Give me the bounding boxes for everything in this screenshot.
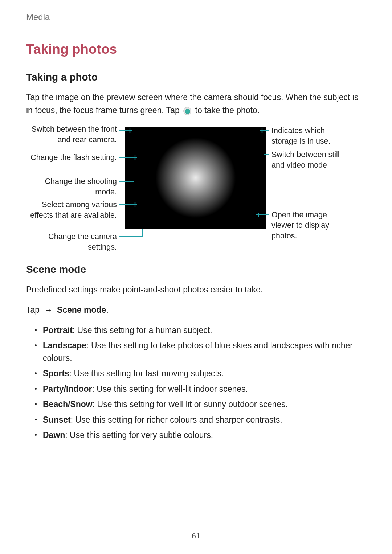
subheading-scene-mode: Scene mode [26, 264, 363, 275]
section-title: Media [26, 12, 50, 22]
list-item: Beach/Snow: Use this setting for well-li… [33, 398, 363, 411]
scene-item-desc: : Use this setting for very subtle colou… [65, 430, 213, 440]
page-number: 61 [0, 532, 392, 540]
scene-item-name: Beach/Snow [43, 399, 93, 409]
scene-tap-line: Tap → Scene mode. [26, 304, 363, 317]
arrow-icon: → [44, 304, 52, 317]
scene-item-desc: : Use this setting for richer colours an… [71, 415, 282, 424]
scene-tap-prefix: Tap [26, 305, 42, 315]
callout-effects: Select among various effects that are av… [26, 200, 117, 221]
list-item: Portrait: Use this setting for a human s… [33, 324, 363, 337]
list-item: Dawn: Use this setting for very subtle c… [33, 429, 363, 442]
callout-flash: Change the flash setting. [26, 152, 117, 163]
photo-intro-text-b: to take the photo. [195, 106, 260, 115]
scene-item-name: Landscape [43, 341, 86, 350]
scene-tap-target: Scene mode [57, 305, 106, 315]
scene-item-name: Portrait [43, 325, 73, 335]
camera-shutter-icon [183, 107, 191, 115]
scene-tap-suffix: . [106, 305, 108, 315]
callout-settings: Change the camera settings. [26, 231, 117, 253]
header-rule [17, 0, 17, 29]
scene-intro: Predefined settings make point-and-shoot… [26, 283, 363, 296]
scene-item-name: Sports [43, 369, 69, 378]
callout-shooting-mode: Change the shooting mode. [26, 176, 117, 197]
list-item: Party/Indoor: Use this setting for well-… [33, 383, 363, 395]
list-item: Sports: Use this setting for fast-moving… [33, 367, 363, 380]
callout-switch-camera: Switch between the front and rear camera… [26, 124, 117, 145]
photo-intro-text-a: Tap the image on the preview screen wher… [26, 93, 358, 115]
callout-still-video: Switch between still and video mode. [271, 149, 351, 171]
scene-item-desc: : Use this setting to take photos of blu… [43, 341, 353, 363]
list-item: Landscape: Use this setting to take phot… [33, 339, 363, 364]
scene-item-name: Party/Indoor [43, 384, 92, 394]
scene-item-name: Dawn [43, 430, 65, 440]
scene-item-desc: : Use this setting for well-lit or sunny… [93, 399, 288, 409]
scene-item-name: Sunset [43, 415, 71, 424]
scene-item-desc: : Use this setting for well-lit indoor s… [92, 384, 248, 394]
camera-ui-diagram: Switch between the front and rear camera… [26, 124, 363, 249]
callout-storage: Indicates which storage is in use. [271, 126, 351, 147]
subheading-taking-a-photo: Taking a photo [26, 71, 363, 83]
scene-mode-list: Portrait: Use this setting for a human s… [33, 324, 363, 442]
callout-viewer: Open the image viewer to display photos. [271, 210, 351, 241]
page-title: Taking photos [26, 42, 363, 57]
list-item: Sunset: Use this setting for richer colo… [33, 414, 363, 426]
scene-item-desc: : Use this setting for fast-moving subje… [69, 369, 224, 378]
scene-item-desc: : Use this setting for a human subject. [73, 325, 212, 335]
photo-intro-paragraph: Tap the image on the preview screen wher… [26, 91, 363, 117]
